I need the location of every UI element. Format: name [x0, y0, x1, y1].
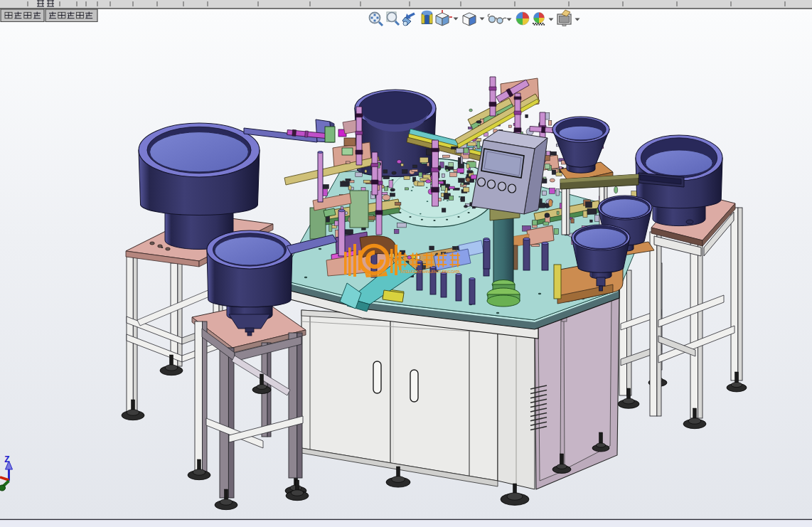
- svg-text:INTELLIGENT MANUFACTURING DATA: INTELLIGENT MANUFACTURING DATA: [400, 270, 460, 274]
